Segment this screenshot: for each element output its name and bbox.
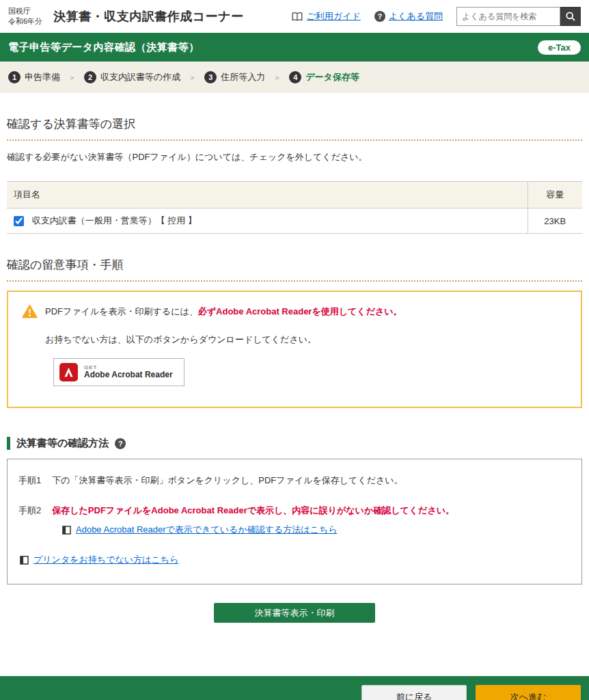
search-input[interactable] [456, 7, 560, 26]
confirm-method-heading: 決算書等の確認方法 ? [7, 437, 582, 450]
document-name: 収支内訳書（一般用・営業等）【 控用 】 [32, 215, 197, 226]
document-name-cell: 収支内訳書（一般用・営業等）【 控用 】 [7, 208, 528, 234]
action-bar: 前に戻る 次へ進む [0, 676, 589, 700]
warning-row: PDFファイルを表示・印刷するには、必ずAdobe Acrobat Reader… [22, 304, 567, 319]
breadcrumb-step-2: 2 収支内訳書等の作成 [84, 71, 180, 83]
book-icon [291, 10, 303, 23]
agency-year-block: 国税庁 令和6年分 [8, 6, 42, 27]
printer-link-row: プリンタをお持ちでない方はこちら [20, 554, 571, 566]
breadcrumb-separator: ＞ [68, 72, 76, 83]
step1-label: 手順1 [18, 474, 41, 487]
faq-search [456, 7, 581, 26]
warning-emphasis: 必ずAdobe Acrobat Readerを使用してください。 [198, 306, 402, 317]
notes-heading: 確認の留意事項・手順 [7, 257, 582, 282]
next-button[interactable]: 次へ進む [476, 685, 581, 700]
column-header-size: 容量 [528, 182, 582, 208]
step-number-badge: 2 [84, 71, 96, 83]
step2-text: 保存したPDFファイルをAdobe Acrobat Readerで表示し、内容に… [52, 504, 454, 517]
adobe-name-label: Adobe Acrobat Reader [84, 371, 173, 380]
breadcrumb-step-3: 3 住所等入力 [204, 71, 265, 83]
guide-link[interactable]: ご利用ガイド [307, 10, 361, 23]
agency-name: 国税庁 [8, 6, 42, 16]
header-right: ご利用ガイド ? よくある質問 [291, 7, 581, 26]
table-header-row: 項目名 容量 [7, 182, 582, 208]
warning-text: PDFファイルを表示・印刷するには、必ずAdobe Acrobat Reader… [45, 306, 402, 318]
step2-label: 手順2 [18, 504, 41, 517]
confirm-method-title: 決算書等の確認方法 [16, 437, 109, 450]
print-statements-button[interactable]: 決算書等表示・印刷 [214, 603, 375, 623]
warning-box: PDFファイルを表示・印刷するには、必ずAdobe Acrobat Reader… [7, 291, 582, 408]
adobe-reader-icon [59, 363, 78, 381]
breadcrumb-step-1: 1 申告準備 [8, 71, 60, 83]
etax-badge: e-Tax [538, 40, 581, 55]
new-window-icon [62, 526, 71, 535]
download-note: お持ちでない方は、以下のボタンからダウンロードしてください。 [45, 334, 567, 346]
warning-triangle-icon [22, 304, 38, 319]
help-icon[interactable]: ? [115, 438, 126, 449]
adobe-acrobat-download-button[interactable]: GET Adobe Acrobat Reader [53, 358, 184, 386]
new-window-icon [20, 556, 29, 565]
printer-link[interactable]: プリンタをお持ちでない方はこちら [33, 554, 178, 566]
step-number-badge: 3 [204, 71, 217, 83]
question-circle-icon: ? [374, 11, 385, 22]
step1-row: 手順1 下の「決算書等表示・印刷」ボタンをクリックし、PDFファイルを保存してく… [18, 474, 571, 487]
breadcrumb: 1 申告準備 ＞ 2 収支内訳書等の作成 ＞ 3 住所等入力 ＞ 4 データ保存… [0, 62, 589, 93]
table-row: 収支内訳書（一般用・営業等）【 控用 】 23KB [7, 208, 582, 234]
back-button[interactable]: 前に戻る [361, 685, 467, 700]
main-content: 確認する決算書等の選択 確認する必要がない決算書等（PDFファイル）については、… [0, 116, 589, 623]
search-icon [565, 11, 576, 22]
steps-box: 手順1 下の「決算書等表示・印刷」ボタンをクリックし、PDFファイルを保存してく… [7, 459, 582, 584]
step-label: 申告準備 [25, 71, 60, 83]
search-button[interactable] [560, 7, 581, 26]
breadcrumb-separator: ＞ [189, 72, 196, 83]
acrobat-check-link-row: Adobe Acrobat Readerで表示できているか確認する方法はこちら [62, 524, 571, 536]
faq-link[interactable]: よくある質問 [389, 10, 443, 23]
faq-link-group: ? よくある質問 [374, 10, 443, 23]
app-title: 決算書・収支内訳書作成コーナー [53, 8, 243, 25]
step2-row: 手順2 保存したPDFファイルをAdobe Acrobat Readerで表示し… [18, 504, 571, 517]
page-title-bar: 電子申告等データ内容確認（決算書等） e-Tax [0, 33, 589, 62]
adobe-button-text: GET Adobe Acrobat Reader [84, 364, 173, 380]
document-checkbox[interactable] [14, 216, 24, 226]
step-label: データ保存等 [305, 71, 359, 83]
document-table: 項目名 容量 収支内訳書（一般用・営業等）【 控用 】 23KB [7, 181, 582, 234]
step-label: 住所等入力 [221, 71, 265, 83]
breadcrumb-separator: ＞ [273, 72, 281, 83]
page-title: 電子申告等データ内容確認（決算書等） [8, 41, 200, 54]
warning-prefix: PDFファイルを表示・印刷するには、 [45, 306, 198, 317]
selection-heading: 確認する決算書等の選択 [7, 116, 582, 141]
acrobat-check-link[interactable]: Adobe Acrobat Readerで表示できているか確認する方法はこちら [76, 524, 338, 536]
step-label: 収支内訳書等の作成 [100, 71, 180, 83]
step-number-badge: 4 [289, 71, 301, 83]
selection-description: 確認する必要がない決算書等（PDFファイル）については、チェックを外してください… [7, 151, 582, 163]
document-size-cell: 23KB [528, 208, 582, 234]
step-number-badge: 1 [8, 71, 20, 83]
step1-text: 下の「決算書等表示・印刷」ボタンをクリックし、PDFファイルを保存してください。 [52, 474, 402, 487]
breadcrumb-step-4-current: 4 データ保存等 [289, 71, 359, 83]
column-header-item-name: 項目名 [7, 182, 528, 208]
guide-link-group: ご利用ガイド [291, 10, 361, 23]
top-header: 国税庁 令和6年分 決算書・収支内訳書作成コーナー ご利用ガイド ? よくある質… [0, 0, 589, 33]
tax-year: 令和6年分 [8, 16, 42, 27]
